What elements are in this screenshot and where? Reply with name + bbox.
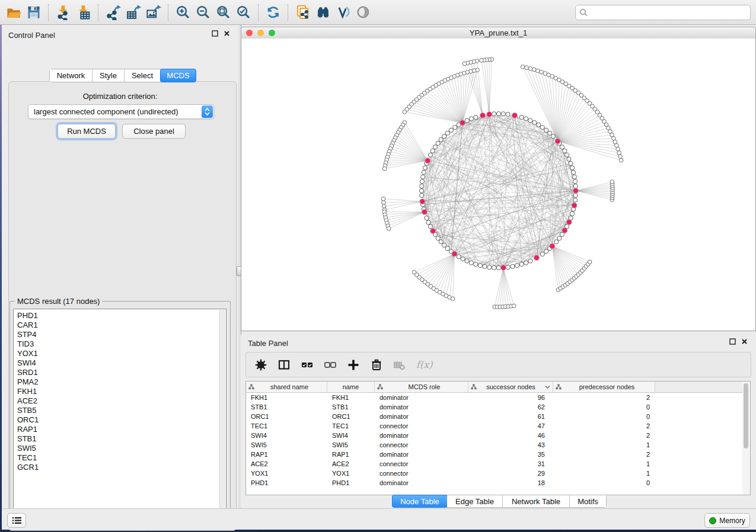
mcds-result-item[interactable]: SWI4 (17, 358, 226, 368)
mcds-hub-node[interactable] (425, 158, 430, 164)
ring-node[interactable] (439, 240, 443, 244)
cell-successor-nodes[interactable]: 29 (468, 470, 553, 477)
ring-node[interactable] (469, 261, 473, 265)
ring-node[interactable] (511, 264, 515, 268)
column-header-name[interactable]: name (327, 382, 375, 392)
mcds-hub-node[interactable] (534, 255, 540, 261)
cell-shared-name[interactable]: TEC1 (246, 422, 327, 430)
mcds-result-item[interactable]: ORC1 (17, 415, 226, 425)
ring-node[interactable] (519, 115, 524, 119)
leaf-node[interactable] (528, 67, 532, 71)
mcds-result-item[interactable]: TEC1 (17, 453, 226, 463)
ring-node[interactable] (496, 265, 500, 270)
table-row[interactable]: SWI5SWI5connector431 (246, 440, 743, 450)
mcds-hub-node[interactable] (500, 265, 506, 270)
mcds-hub-node[interactable] (422, 209, 428, 214)
ring-node[interactable] (569, 161, 573, 165)
cell-MCDS-role[interactable]: connector (375, 441, 468, 448)
ring-node[interactable] (487, 265, 492, 270)
ring-node[interactable] (428, 153, 432, 157)
ring-node[interactable] (515, 264, 519, 268)
cell-name[interactable]: FKH1 (327, 394, 375, 401)
leaf-node[interactable] (617, 151, 621, 155)
mcds-result-item[interactable]: PHD1 (17, 311, 226, 321)
mcds-result-item[interactable]: PMA2 (17, 377, 226, 387)
ring-node[interactable] (554, 240, 559, 244)
ring-node[interactable] (528, 259, 532, 263)
cell-predecessor-nodes[interactable]: 0 (553, 479, 655, 486)
ring-node[interactable] (506, 265, 510, 270)
leaf-node[interactable] (525, 66, 529, 70)
mcds-result-item[interactable]: RAP1 (17, 425, 226, 434)
add-column-button[interactable] (347, 358, 360, 371)
mcds-result-item[interactable]: YOX1 (17, 349, 226, 358)
ring-node[interactable] (425, 216, 429, 220)
ring-node[interactable] (524, 117, 528, 121)
mcds-result-list[interactable]: PHD1CAR1STP4TID3YOX1SWI4SRD1PMA2FKH1ACE2… (13, 309, 227, 521)
run-mcds-button[interactable]: Run MCDS (58, 124, 116, 139)
table-scrollbar[interactable] (742, 381, 751, 495)
close-panel-icon[interactable] (224, 30, 230, 37)
column-header-shared-name[interactable]: shared name (246, 382, 327, 392)
leaf-node[interactable] (403, 110, 407, 114)
ring-node[interactable] (557, 236, 562, 241)
ring-node[interactable] (572, 175, 576, 179)
cell-MCDS-role[interactable]: dominator (375, 451, 468, 458)
leaf-node[interactable] (536, 69, 540, 73)
cell-successor-nodes[interactable]: 46 (468, 432, 553, 439)
save-session-button[interactable] (24, 2, 44, 23)
ring-node[interactable] (567, 157, 571, 161)
ring-node[interactable] (573, 198, 578, 202)
cell-shared-name[interactable]: SWI4 (246, 432, 327, 439)
mcds-result-item[interactable]: SWI5 (17, 444, 226, 453)
cell-MCDS-role[interactable]: dominator (375, 479, 468, 486)
node-table[interactable]: shared namenameMCDS rolesuccessor nodesp… (245, 381, 744, 495)
table-row[interactable]: RAP1RAP1dominator352 (246, 450, 743, 459)
ring-node[interactable] (469, 117, 473, 121)
cell-MCDS-role[interactable]: connector (375, 422, 468, 430)
cell-name[interactable]: SWI4 (327, 432, 375, 439)
column-header-successor-nodes[interactable]: successor nodes (468, 382, 553, 392)
ring-node[interactable] (573, 184, 578, 188)
leaf-node[interactable] (387, 227, 391, 231)
cell-name[interactable]: SWI5 (327, 441, 375, 448)
ring-node[interactable] (483, 264, 487, 268)
ring-node[interactable] (445, 246, 449, 251)
leaf-node[interactable] (480, 59, 484, 63)
ring-node[interactable] (496, 111, 500, 116)
cell-successor-nodes[interactable]: 47 (468, 422, 553, 430)
ring-node[interactable] (570, 166, 575, 170)
ring-node[interactable] (563, 149, 567, 153)
leaf-node[interactable] (618, 155, 623, 159)
ring-node[interactable] (436, 236, 440, 241)
export-image-button[interactable] (143, 2, 164, 23)
mcds-result-item[interactable]: FKH1 (17, 387, 226, 396)
close-panel-button[interactable]: Close panel (122, 124, 186, 139)
ring-node[interactable] (524, 261, 528, 265)
float-panel-icon[interactable] (212, 30, 218, 37)
ring-node[interactable] (501, 112, 505, 116)
cell-name[interactable]: STB1 (327, 403, 375, 411)
ring-node[interactable] (420, 180, 424, 184)
table-row[interactable]: STB1STB1dominator620 (246, 402, 743, 412)
ring-node[interactable] (570, 211, 575, 216)
tab-network[interactable]: Network (50, 69, 92, 82)
open-file-button[interactable] (4, 2, 24, 23)
cell-shared-name[interactable]: FKH1 (246, 394, 327, 401)
ring-node[interactable] (420, 193, 424, 197)
ring-node[interactable] (573, 180, 578, 184)
mcds-hub-node[interactable] (512, 113, 518, 118)
network-window-titlebar[interactable]: YPA_prune.txt_1 (241, 27, 756, 39)
mcds-result-item[interactable]: SRD1 (17, 368, 226, 377)
mcds-hub-node[interactable] (566, 219, 572, 225)
ring-node[interactable] (465, 118, 469, 123)
ring-node[interactable] (428, 225, 432, 229)
cell-successor-nodes[interactable]: 62 (468, 403, 553, 411)
ring-node[interactable] (442, 134, 446, 139)
mcds-hub-node[interactable] (487, 112, 492, 117)
cell-predecessor-nodes[interactable]: 1 (553, 460, 655, 467)
leaf-node[interactable] (540, 70, 544, 74)
leaf-node[interactable] (381, 197, 385, 201)
table-row[interactable]: YOX1YOX1connector291 (246, 469, 743, 478)
memory-button[interactable]: Memory (704, 513, 750, 528)
